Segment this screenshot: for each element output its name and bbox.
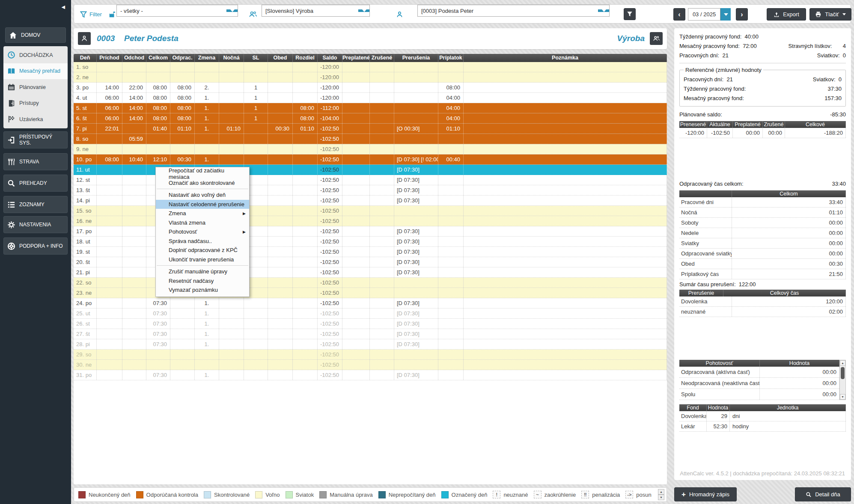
cell-prerusenia: [D 07:30] <box>394 319 438 329</box>
context-menu: Prepočítať od začiatku mesiaca Označiť a… <box>155 167 250 297</box>
table-row[interactable]: 2. ne -120:00 <box>74 72 667 83</box>
cell-priplatok <box>438 267 464 277</box>
sidebar-item-prehlady[interactable]: PREHĽADY <box>3 175 68 192</box>
column-header[interactable]: Obed <box>268 54 293 62</box>
sidebar-collapse-icon[interactable]: ◀ <box>62 4 65 10</box>
team-dropdown-button[interactable] <box>358 9 369 12</box>
scroll-up-icon[interactable]: ▲ <box>840 360 845 366</box>
context-menu-item[interactable]: Nastaviť celodenné prerušenie <box>156 200 249 209</box>
cell-rozdiel <box>293 62 318 72</box>
sidebar-item-planovanie[interactable]: Plánovanie <box>3 79 68 95</box>
column-header[interactable]: Prerušenia <box>394 54 438 62</box>
filter-apply-button[interactable] <box>624 8 636 20</box>
column-header[interactable]: Saldo <box>318 54 342 62</box>
next-month-button[interactable]: › <box>736 8 748 21</box>
legend-scrollbar[interactable]: ▲ ▼ <box>658 489 664 500</box>
column-header[interactable]: Odchod <box>122 54 146 62</box>
column-header[interactable]: Zmena <box>195 54 219 62</box>
context-menu-item[interactable]: Správa nadčasu.. <box>156 237 249 246</box>
cell-poznamka <box>464 185 667 195</box>
context-menu-item[interactable]: Zrušiť manuálne úpravy <box>156 267 249 276</box>
column-header[interactable]: Poznámka <box>464 54 667 62</box>
employee-dropdown[interactable]: [0003] Podesta Peter <box>417 5 610 17</box>
column-header[interactable]: Zrušené <box>370 54 394 62</box>
department-badge-button[interactable] <box>650 32 663 45</box>
column-header[interactable]: Príplatok <box>438 54 464 62</box>
table-row[interactable]: 5. st 06:00 14:00 08:00 08:00 1. 1 08:00… <box>74 103 667 113</box>
employee-dropdown-button[interactable] <box>598 9 609 12</box>
sidebar-item-strava[interactable]: STRAVA <box>3 153 68 170</box>
table-row[interactable]: 24. po 07:30 1. -102:50 [D 07:30] <box>74 298 667 308</box>
table-row[interactable]: 3. po 14:00 22:00 08:00 08:00 2. 1 -120:… <box>74 83 667 93</box>
table-row[interactable]: 6. št 06:00 14:00 08:00 08:00 1. 1 08:00… <box>74 113 667 124</box>
column-header[interactable]: Rozdiel <box>293 54 318 62</box>
sidebar-item-zoznamy[interactable]: ZOZNAMY <box>3 196 68 213</box>
context-menu-item[interactable]: Doplniť odpracované z KPČ <box>156 246 249 255</box>
context-menu-item[interactable]: Ukončiť trvanie prerušenia <box>156 255 249 264</box>
table-row[interactable]: 30. ne -102:50 <box>74 360 667 370</box>
scroll-down-icon[interactable]: ▼ <box>658 495 664 500</box>
standby-scrollbar[interactable]: ▲ ▼ <box>839 360 846 400</box>
column-header[interactable]: Deň <box>74 54 97 62</box>
cell-prerusenia: [D 07:30] <box>394 175 438 185</box>
column-header[interactable]: Preplatené <box>342 54 370 62</box>
column-header[interactable]: Odprac. <box>170 54 195 62</box>
table-row[interactable]: 27. št 07:30 1. -102:50 [D 07:30] <box>74 329 667 339</box>
prev-month-button[interactable]: ‹ <box>673 8 685 21</box>
sidebar-item-podpora-info[interactable]: PODPORA + INFO <box>3 237 68 255</box>
scroll-up-icon[interactable]: ▲ <box>658 489 664 495</box>
print-button[interactable]: Tlačiť <box>809 8 851 21</box>
table-row[interactable]: 29. so -102:50 <box>74 350 667 360</box>
bulk-entry-button[interactable]: + Hromadný zápis <box>674 487 737 501</box>
sidebar-item-nastavenia[interactable]: NASTAVENIA <box>3 216 68 233</box>
export-button[interactable]: Export <box>767 8 806 21</box>
table-row[interactable]: 25. ut 07:30 1. -102:50 [D 07:30] <box>74 308 667 319</box>
cell-odchod <box>122 165 146 175</box>
sidebar-item-pristupovy-sys[interactable]: PRÍSTUPOVÝ SYS. <box>3 131 68 148</box>
table-row[interactable]: 9. ne -102:50 <box>74 144 667 154</box>
sidebar-item-mesacny-prehlad[interactable]: Mesačný prehľad <box>3 63 68 80</box>
team-dropdown[interactable]: [Slovensko] Výroba <box>262 5 370 17</box>
table-row[interactable]: 1. so -120:00 <box>74 62 667 72</box>
column-header[interactable]: Príchod <box>97 54 122 62</box>
table-row[interactable]: 4. ut 06:00 14:00 08:00 08:00 1. 1 -120:… <box>74 93 667 103</box>
context-menu-item[interactable] <box>157 265 248 266</box>
context-menu-item[interactable]: Prepočítať od začiatku mesiaca <box>156 169 249 178</box>
scroll-thumb[interactable] <box>841 367 845 379</box>
context-menu-item[interactable]: Pohotovosť ▶ <box>156 227 249 237</box>
month-input[interactable]: 03 / 2025 <box>688 8 720 21</box>
context-menu-item[interactable] <box>157 189 248 189</box>
employee-name: Peter Podesta <box>124 34 179 43</box>
employee-badge-button[interactable] <box>78 32 91 45</box>
sidebar-item-dochadzka[interactable]: DOCHÁDZKA <box>3 47 68 63</box>
day-detail-button[interactable]: Detail dňa <box>795 487 851 501</box>
table-row[interactable]: 28. pi 07:30 1. -102:50 [D 07:30] <box>74 339 667 350</box>
context-menu-item[interactable]: Resetnúť nadčasy <box>156 276 249 286</box>
column-header[interactable]: Nočná <box>219 54 244 62</box>
column-header[interactable]: SL <box>244 54 268 62</box>
table-row[interactable]: 26. st 07:30 1. -102:50 [D 07:30] <box>74 319 667 329</box>
sidebar-item-uzavierka[interactable]: Uzávierka <box>3 111 68 127</box>
department-dropdown-button[interactable] <box>226 9 238 12</box>
cell-rozdiel <box>293 93 318 103</box>
cell-obed: 00:30 <box>268 124 293 133</box>
holidays: Sviatkov: 0 <box>817 51 846 60</box>
context-menu-item[interactable]: Zmena ▶ <box>156 209 249 218</box>
checkered-flag-icon <box>7 115 15 123</box>
context-menu-item[interactable]: Nastaviť ako voľný deň <box>156 190 249 200</box>
cell-obed <box>268 93 293 103</box>
sidebar-item-domov[interactable]: DOMOV <box>5 27 66 43</box>
month-dropdown-button[interactable] <box>720 8 731 21</box>
context-menu-item[interactable]: Vlastná zmena <box>156 218 249 228</box>
context-menu-item[interactable]: Vymazať poznámku <box>156 285 249 295</box>
table-row[interactable]: 7. pi 22:01 01:40 01:10 1. 01:10 00:30 0… <box>74 124 667 134</box>
column-header[interactable]: Celkom <box>146 54 170 62</box>
table-row[interactable]: 10. po 08:00 10:40 12:10 00:30 1. -102:5… <box>74 154 667 165</box>
cell-poznamka <box>464 267 667 277</box>
cell-odchod <box>122 196 146 205</box>
sidebar-item-pristupy[interactable]: Prístupy <box>3 95 68 112</box>
scroll-down-icon[interactable]: ▼ <box>840 394 845 400</box>
department-dropdown[interactable]: - všetky - <box>116 5 238 17</box>
table-row[interactable]: 8. so 05:59 -102:50 <box>74 134 667 144</box>
table-row[interactable]: 31. po 07:30 1. -102:50 [D 07:30] <box>74 370 667 380</box>
